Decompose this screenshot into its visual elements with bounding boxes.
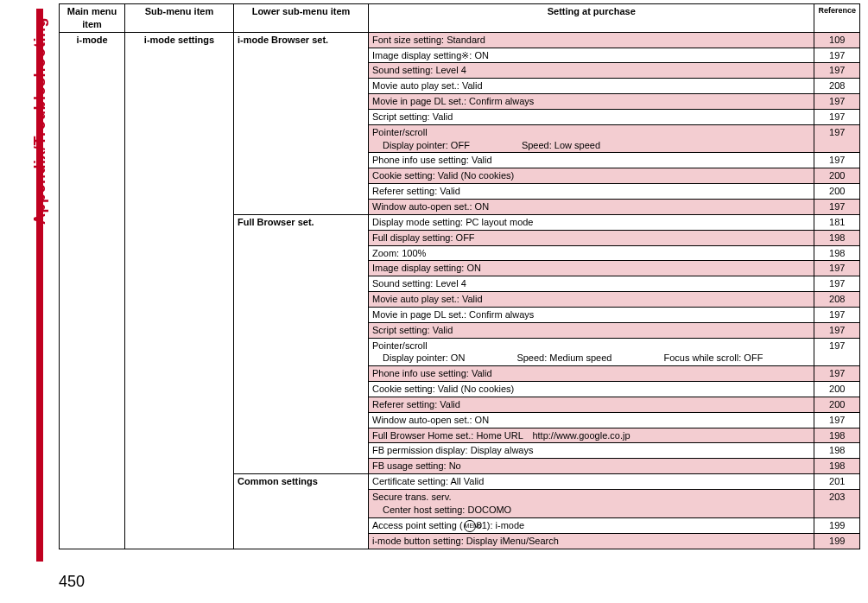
setting-text: Image display setting: ON [372,263,481,273]
setting-cell: Sound setting: Level 4 [369,63,814,79]
setting-text: Movie in page DL set.: Confirm always [372,96,534,106]
setting-text: 81): i-mode [477,520,525,530]
setting-text: Movie auto play set.: Valid [372,294,483,304]
setting-text: Cookie setting: Valid (No cookies) [372,384,514,394]
setting-cell: Movie auto play set.: Valid [369,292,814,308]
setting-subline-part: Speed: Medium speed [516,352,611,363]
reference-page: 199 [814,533,860,549]
setting-text: Image display setting※: ON [372,50,489,60]
page-number: 450 [59,573,85,591]
sub-menu-item: i-mode settings [125,32,234,549]
setting-cell: Phone info use setting: Valid [369,153,814,168]
setting-text: Movie in page DL set.: Confirm always [372,309,534,320]
setting-cell: Cookie setting: Valid (No cookies) [369,382,814,397]
reference-page: 200 [814,382,860,397]
reference-page: 197 [814,63,860,79]
setting-text: Full display setting: OFF [372,232,475,243]
setting-subline: Display pointer: OFFSpeed: Low speed [372,139,810,152]
setting-cell: Movie auto play set.: Valid [369,79,814,94]
setting-subline-part: Center host setting: DOCOMO [383,505,511,515]
setting-text: Certificate setting: All Valid [372,476,484,486]
reference-page: 208 [814,292,860,308]
setting-cell: Cookie setting: Valid (No cookies) [369,168,814,184]
lower-sub-menu-item: Common settings [234,474,369,549]
setting-text: Movie auto play set.: Valid [372,80,483,91]
setting-cell: Window auto-open set.: ON [369,199,814,214]
setting-cell: i-mode button setting: Display iMenu/Sea… [369,533,814,549]
reference-page: 197 [814,307,860,322]
reference-page: 197 [814,109,860,124]
reference-page: 197 [814,261,860,276]
setting-cell: Pointer/scrollDisplay pointer: OFFSpeed:… [369,124,814,153]
setting-cell: Zoom: 100% [369,245,814,261]
setting-text: Font size setting: Standard [372,35,485,45]
setting-text: Pointer/scroll [372,340,428,351]
setting-cell: Phone info use setting: Valid [369,366,814,382]
setting-cell: Movie in page DL set.: Confirm always [369,307,814,322]
setting-cell: Sound setting: Level 4 [369,276,814,292]
setting-text: Full Browser Home set.: Home URL http://… [372,430,630,441]
reference-page: 181 [814,214,860,230]
setting-cell: Display mode setting: PC layout mode [369,214,814,230]
reference-page: 198 [814,459,860,474]
setting-text: Pointer/scroll [372,127,428,137]
setting-text: Sound setting: Level 4 [372,65,466,75]
setting-cell: Access point setting (MENU81): i-mode [369,517,814,533]
reference-header: Reference [814,4,860,33]
setting-text: Script setting: Valid [372,111,453,122]
lower-sub-menu-item: i-mode Browser set. [234,32,369,214]
reference-page: 198 [814,443,860,459]
reference-page: 201 [814,474,860,490]
setting-cell: Referer setting: Valid [369,397,814,412]
main-menu-header: Main menu item [60,4,125,33]
setting-header: Setting at purchase [369,4,814,33]
setting-cell: Image display setting: ON [369,261,814,276]
setting-cell: Certificate setting: All Valid [369,474,814,490]
setting-cell: Movie in page DL set.: Confirm always [369,94,814,110]
setting-cell: FB permission display: Display always [369,443,814,459]
reference-page: 200 [814,168,860,184]
setting-text: Display mode setting: PC layout mode [372,217,533,227]
reference-page: 197 [814,366,860,382]
reference-page: 197 [814,199,860,214]
setting-cell: Referer setting: Valid [369,184,814,200]
setting-cell: Secure trans. serv.Center host setting: … [369,490,814,518]
setting-cell: Full Browser Home set.: Home URL http://… [369,428,814,443]
lower-sub-menu-item: Full Browser set. [234,214,369,473]
setting-text: Cookie setting: Valid (No cookies) [372,170,514,181]
setting-text: Window auto-open set.: ON [372,415,489,425]
reference-page: 197 [814,322,860,338]
reference-page: 197 [814,153,860,168]
reference-page: 197 [814,338,860,366]
setting-cell: Script setting: Valid [369,322,814,338]
setting-text: Access point setting ( [372,520,463,530]
setting-subline-part: Speed: Low speed [522,140,600,150]
setting-text: Script setting: Valid [372,325,453,335]
setting-text: Sound setting: Level 4 [372,278,466,289]
setting-text: Phone info use setting: Valid [372,155,492,165]
reference-page: 203 [814,490,860,518]
reference-page: 198 [814,245,860,261]
setting-cell: Pointer/scrollDisplay pointer: ONSpeed: … [369,338,814,366]
setting-subline-part: Display pointer: ON [383,352,465,363]
setting-text: FB usage setting: No [372,460,461,471]
setting-text: Phone info use setting: Valid [372,368,492,378]
lower-sub-header: Lower sub-menu item [234,4,369,33]
reference-page: 198 [814,230,860,245]
reference-page: 197 [814,124,860,153]
setting-text: Referer setting: Valid [372,186,460,196]
setting-cell: Font size setting: Standard [369,32,814,48]
sub-menu-header: Sub-menu item [125,4,234,33]
setting-cell: Script setting: Valid [369,109,814,124]
reference-page: 208 [814,79,860,94]
setting-subline-part: Focus while scroll: OFF [663,352,763,363]
reference-page: 109 [814,32,860,48]
setting-text: i-mode button setting: Display iMenu/Sea… [372,536,559,546]
reference-page: 197 [814,276,860,292]
reference-page: 197 [814,412,860,428]
setting-text: Referer setting: Valid [372,399,460,409]
setting-cell: Image display setting※: ON [369,48,814,63]
setting-subline-part: Display pointer: OFF [383,140,470,150]
menu-key-icon: MENU [464,520,476,532]
setting-cell: Window auto-open set.: ON [369,412,814,428]
